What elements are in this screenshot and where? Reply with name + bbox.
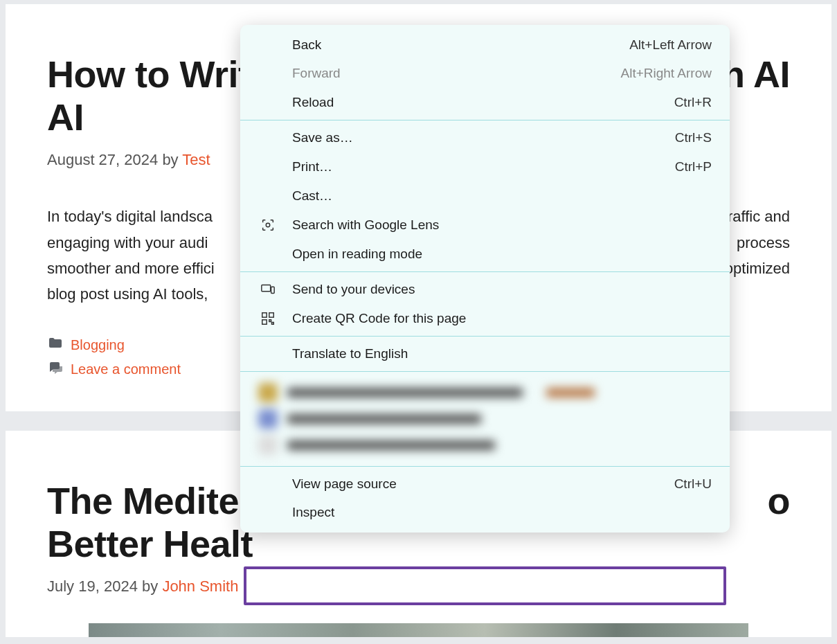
- svg-rect-5: [262, 320, 267, 324]
- cm-create-qr[interactable]: Create QR Code for this page: [240, 304, 730, 333]
- svg-rect-3: [262, 313, 267, 317]
- cm-back[interactable]: Back Alt+Left Arrow: [240, 25, 730, 59]
- svg-rect-2: [271, 287, 275, 293]
- menu-separator: [240, 271, 730, 272]
- cm-inspect[interactable]: Inspect: [240, 499, 730, 533]
- svg-rect-1: [262, 285, 271, 292]
- post-date: August 27, 2024: [47, 151, 158, 168]
- title-line2: AI: [47, 96, 84, 138]
- cm-save-as[interactable]: Save as… Ctrl+S: [240, 123, 730, 152]
- devices-icon: [260, 281, 276, 298]
- shortcut-text: Ctrl+P: [675, 159, 712, 175]
- comments-icon: [47, 359, 64, 379]
- cm-reload[interactable]: Reload Ctrl+R: [240, 88, 730, 117]
- google-lens-icon: [260, 217, 276, 233]
- by-label: by: [162, 151, 178, 168]
- menu-separator: [240, 120, 730, 120]
- svg-rect-4: [269, 313, 273, 317]
- cm-cast[interactable]: Cast…: [240, 181, 730, 211]
- title-text-right: o: [768, 479, 791, 522]
- post-author-link[interactable]: Test: [182, 151, 210, 168]
- shortcut-text: Ctrl+S: [675, 130, 712, 145]
- title-text-left: How to Writ: [47, 53, 250, 96]
- shortcut-text: Ctrl+R: [674, 95, 712, 110]
- menu-separator: [240, 336, 730, 337]
- cm-forward: Forward Alt+Right Arrow: [240, 59, 730, 88]
- category-link[interactable]: Blogging: [71, 337, 125, 353]
- leave-comment-link[interactable]: Leave a comment: [71, 361, 181, 377]
- cm-view-source[interactable]: View page source Ctrl+U: [240, 469, 730, 499]
- cm-extensions-blurred: [240, 375, 730, 463]
- title-text-left: The Mediter: [47, 479, 253, 522]
- post-date: July 19, 2024: [47, 578, 138, 595]
- shortcut-text: Alt+Right Arrow: [621, 66, 712, 81]
- cm-send-devices[interactable]: Send to your devices: [240, 275, 730, 304]
- featured-image: [89, 623, 748, 637]
- title-line2: Better Healt: [47, 523, 253, 564]
- svg-point-0: [266, 223, 270, 227]
- cm-reading-mode[interactable]: Open in reading mode: [240, 240, 730, 269]
- menu-separator: [240, 371, 730, 372]
- cm-translate[interactable]: Translate to English: [240, 339, 730, 368]
- qr-code-icon: [260, 310, 276, 327]
- context-menu: Back Alt+Left Arrow Forward Alt+Right Ar…: [240, 25, 730, 533]
- menu-separator: [240, 466, 730, 467]
- post-author-link[interactable]: John Smith: [162, 578, 238, 595]
- folder-icon: [47, 335, 64, 355]
- cm-print[interactable]: Print… Ctrl+P: [240, 152, 730, 181]
- by-label: by: [142, 578, 158, 595]
- shortcut-text: Alt+Left Arrow: [629, 37, 712, 53]
- cm-search-lens[interactable]: Search with Google Lens: [240, 211, 730, 240]
- post-meta: July 19, 2024 by John Smith: [47, 578, 790, 596]
- shortcut-text: Ctrl+U: [674, 476, 712, 492]
